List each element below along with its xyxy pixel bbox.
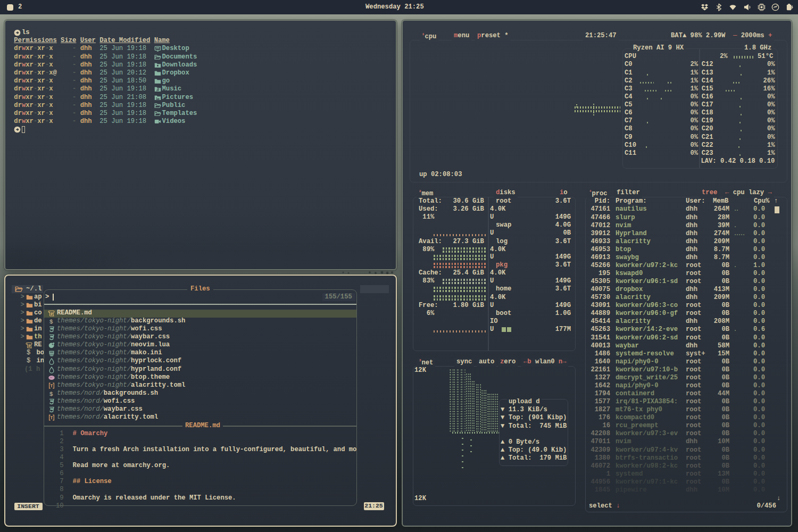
svg-text:$: $ <box>49 319 53 325</box>
svg-text:$: $ <box>49 391 53 397</box>
